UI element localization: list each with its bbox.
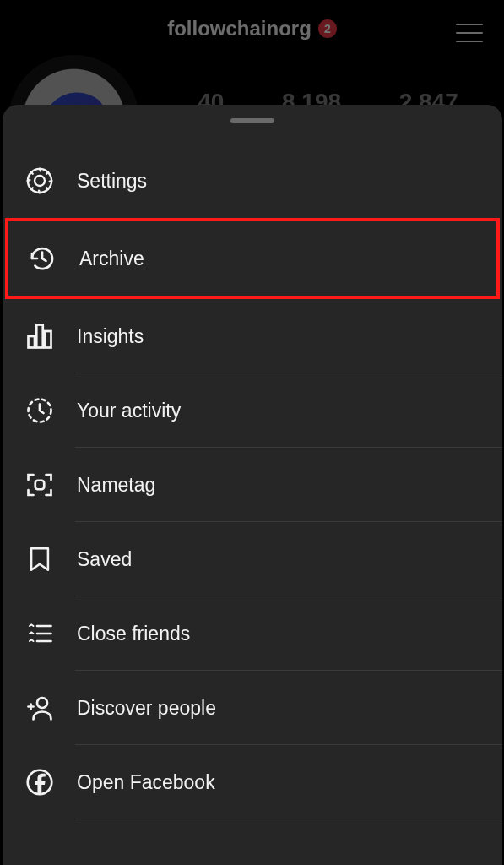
menu-label: Saved <box>77 548 132 571</box>
notification-badge: 2 <box>318 19 337 38</box>
sheet-grabber[interactable] <box>230 118 274 123</box>
facebook-icon <box>21 764 58 801</box>
saved-icon <box>21 541 58 578</box>
menu-label: Discover people <box>77 697 216 720</box>
discover-people-icon <box>21 689 58 726</box>
svg-point-0 <box>35 176 45 186</box>
menu-label: Close friends <box>77 623 190 645</box>
svg-point-10 <box>37 698 47 708</box>
menu-label: Settings <box>77 170 147 193</box>
close-friends-icon <box>21 615 58 652</box>
insights-icon <box>21 318 58 355</box>
menu-item-saved[interactable]: Saved <box>3 522 502 596</box>
hamburger-menu-icon[interactable] <box>456 24 483 42</box>
menu-item-nametag[interactable]: Nametag <box>3 448 502 522</box>
settings-icon <box>21 162 58 199</box>
profile-header: followchainorg 2 <box>0 0 504 57</box>
menu-item-discover-people[interactable]: Discover people <box>3 671 502 745</box>
activity-icon <box>21 392 58 429</box>
username-text: followchainorg <box>167 17 312 41</box>
menu-label: Nametag <box>77 474 155 497</box>
username[interactable]: followchainorg 2 <box>167 17 337 41</box>
menu-label: Insights <box>77 325 144 348</box>
svg-rect-6 <box>35 481 45 490</box>
menu-label: Open Facebook <box>77 771 215 794</box>
menu-item-settings[interactable]: Settings <box>3 144 502 218</box>
svg-point-1 <box>28 169 51 193</box>
menu-label: Your activity <box>77 400 181 422</box>
nametag-icon <box>21 466 58 503</box>
menu-item-close-friends[interactable]: Close friends <box>3 596 502 671</box>
menu-item-insights[interactable]: Insights <box>3 299 502 373</box>
svg-rect-2 <box>29 336 35 348</box>
svg-rect-4 <box>45 331 51 348</box>
menu-item-open-facebook[interactable]: Open Facebook <box>3 745 502 819</box>
menu-label: Archive <box>79 248 144 270</box>
svg-rect-3 <box>36 325 43 348</box>
archive-icon <box>24 240 61 277</box>
bottom-sheet: Settings Archive Insights <box>3 105 502 865</box>
menu-item-activity[interactable]: Your activity <box>3 373 502 448</box>
menu-item-archive[interactable]: Archive <box>5 218 500 299</box>
menu-separator <box>75 819 502 819</box>
